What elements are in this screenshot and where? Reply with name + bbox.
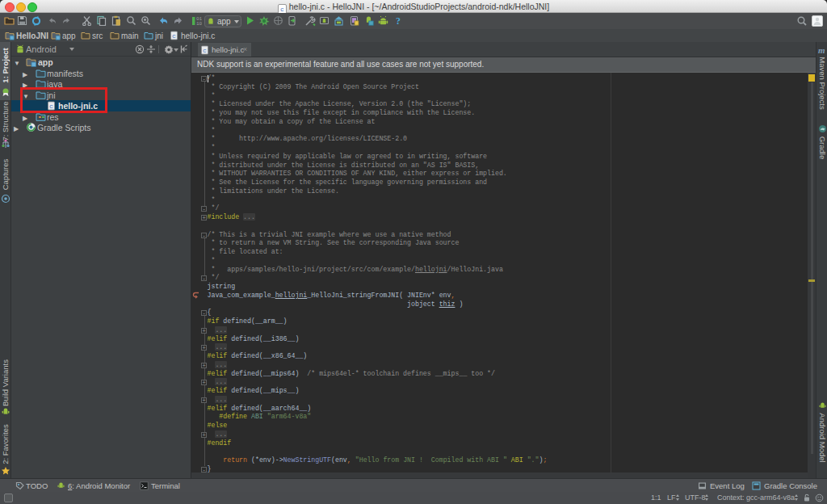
svg-text:app: app	[217, 17, 231, 26]
svg-text:c: c	[203, 47, 207, 54]
svg-text:10: 10	[196, 21, 202, 27]
svg-text:c: c	[172, 32, 176, 40]
svg-text:?: ?	[396, 15, 401, 26]
